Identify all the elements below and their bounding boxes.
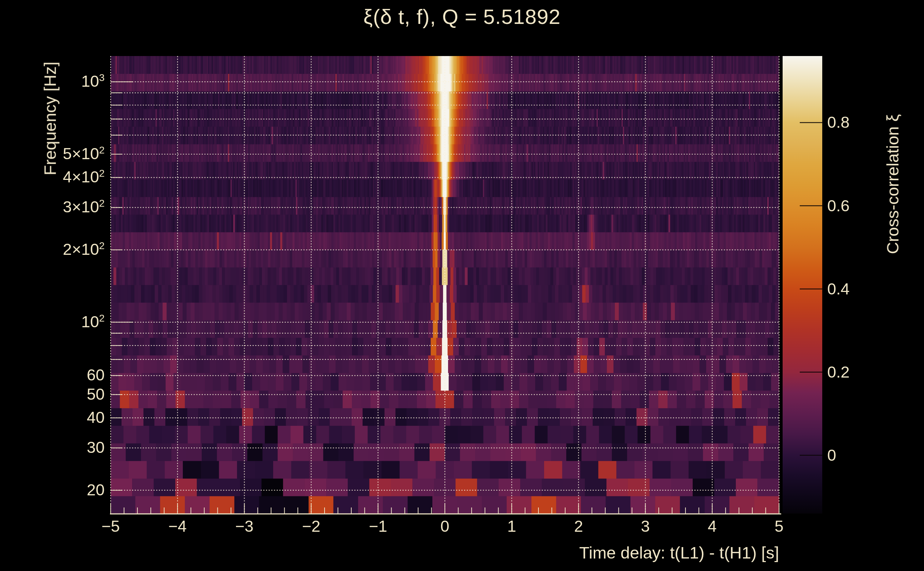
- x-tick-label-3: 3: [641, 517, 650, 536]
- y-tick-label-100: 102: [81, 313, 105, 331]
- spectrogram-canvas: [0, 0, 924, 571]
- colorbar-tick-label-0.8: 0.8: [827, 113, 850, 132]
- y-tick-label-60: 60: [87, 366, 105, 384]
- y-tick-label-50: 50: [87, 385, 105, 404]
- plot-title: ξ(δ t, f), Q = 5.51892: [363, 5, 561, 29]
- y-tick-label-500: 5×102: [63, 145, 105, 163]
- x-tick-label-4: 4: [708, 517, 717, 536]
- x-tick-label-0: 0: [440, 517, 449, 536]
- x-tick-label-2: 2: [574, 517, 583, 536]
- x-tick-label--1: −1: [369, 517, 387, 536]
- x-tick-label-5: 5: [774, 517, 783, 536]
- x-tick-label--3: −3: [235, 517, 253, 536]
- x-tick-label--4: −4: [168, 517, 187, 536]
- y-tick-label-1000: 103: [81, 72, 105, 91]
- colorbar-tick-label-0.4: 0.4: [827, 280, 850, 298]
- colorbar-tick-label-0: 0: [827, 446, 836, 465]
- y-tick-label-20: 20: [87, 481, 105, 499]
- y-tick-label-40: 40: [87, 408, 105, 427]
- colorbar-title: Cross-correlation ξ: [883, 114, 902, 254]
- y-tick-label-30: 30: [87, 438, 105, 457]
- x-axis-title: Time delay: t(L1) - t(H1) [s]: [579, 543, 779, 562]
- x-tick-label--5: −5: [101, 517, 120, 536]
- y-axis-title: Frequency [Hz]: [40, 62, 60, 176]
- colorbar-tick-label-0.2: 0.2: [827, 363, 850, 381]
- x-tick-label--2: −2: [302, 517, 320, 536]
- y-tick-label-200: 2×102: [63, 240, 105, 259]
- y-tick-label-400: 4×102: [63, 168, 105, 186]
- qscan-figure: ξ(δ t, f), Q = 5.51892 Frequency [Hz] Ti…: [0, 0, 924, 571]
- y-tick-label-300: 3×102: [63, 198, 105, 216]
- x-tick-label-1: 1: [507, 517, 516, 536]
- colorbar-tick-label-0.6: 0.6: [827, 197, 850, 215]
